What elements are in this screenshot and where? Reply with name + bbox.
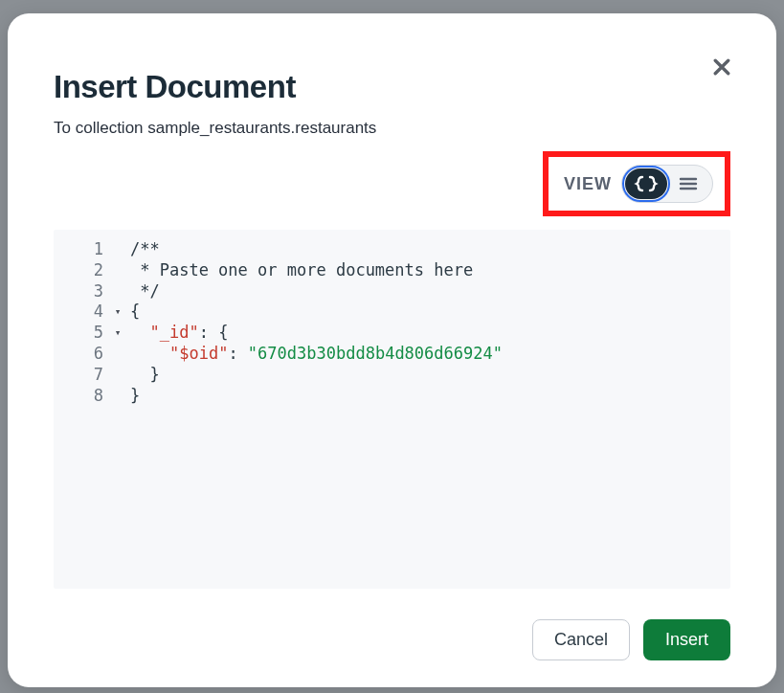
view-toggle-row: VIEW	[54, 151, 730, 216]
insert-button[interactable]: Insert	[643, 619, 730, 660]
editor-line: 3 */	[54, 281, 730, 302]
modal-title: Insert Document	[54, 69, 730, 105]
editor-line: 1/**	[54, 239, 730, 260]
code-content[interactable]: /**	[126, 239, 730, 260]
line-number: 8	[54, 386, 109, 407]
insert-document-modal: Insert Document To collection sample_res…	[8, 13, 776, 687]
code-content[interactable]: {	[126, 302, 730, 323]
view-list-button[interactable]	[667, 168, 709, 199]
modal-subtitle: To collection sample_restaurants.restaur…	[54, 119, 730, 138]
code-content[interactable]: */	[126, 281, 730, 302]
close-button[interactable]	[709, 56, 734, 80]
close-icon	[713, 58, 730, 76]
fold-toggle[interactable]: ▾	[109, 302, 126, 323]
line-number: 7	[54, 365, 109, 386]
code-content[interactable]: }	[126, 365, 730, 386]
view-toggle-group	[621, 165, 713, 203]
code-content[interactable]: "$oid": "670d3b30bdd8b4d806d66924"	[126, 344, 730, 365]
editor-line: 5▾ "_id": {	[54, 323, 730, 344]
view-label: VIEW	[564, 174, 612, 194]
editor-line: 4▾{	[54, 302, 730, 323]
line-number: 5	[54, 323, 109, 344]
json-editor[interactable]: 1/**2 * Paste one or more documents here…	[54, 230, 730, 589]
line-number: 4	[54, 302, 109, 323]
line-number: 2	[54, 260, 109, 281]
line-number: 3	[54, 281, 109, 302]
modal-footer: Cancel Insert	[54, 619, 730, 660]
code-content[interactable]: }	[126, 386, 730, 407]
editor-line: 2 * Paste one or more documents here	[54, 260, 730, 281]
line-number: 1	[54, 239, 109, 260]
cancel-button[interactable]: Cancel	[532, 619, 630, 660]
view-json-button[interactable]	[625, 168, 667, 199]
code-content[interactable]: * Paste one or more documents here	[126, 260, 730, 281]
list-icon	[678, 176, 699, 191]
code-content[interactable]: "_id": {	[126, 323, 730, 344]
line-number: 6	[54, 344, 109, 365]
braces-icon	[634, 175, 659, 192]
editor-line: 7 }	[54, 365, 730, 386]
editor-line: 6 "$oid": "670d3b30bdd8b4d806d66924"	[54, 344, 730, 365]
fold-toggle[interactable]: ▾	[109, 323, 126, 344]
editor-line: 8}	[54, 386, 730, 407]
view-toggle-highlight: VIEW	[543, 151, 730, 216]
